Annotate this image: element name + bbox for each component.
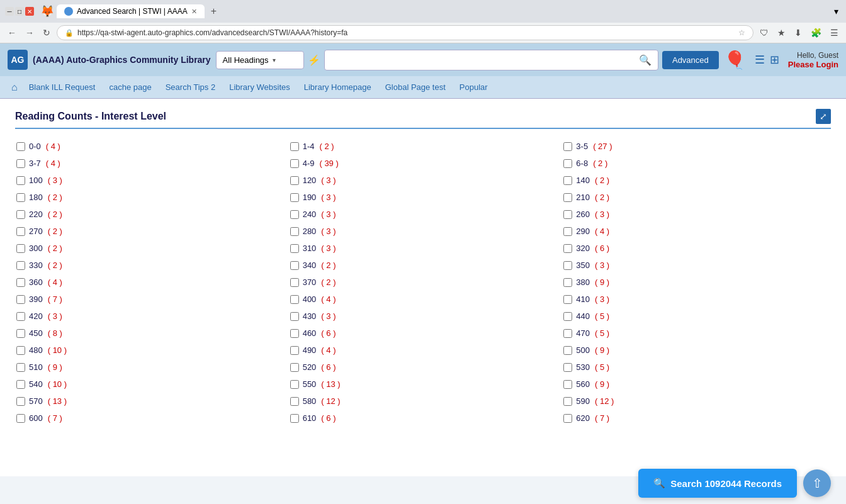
checkbox-count: ( 3 ) — [48, 176, 62, 185]
checkbox-input[interactable] — [16, 295, 25, 304]
add-tab-button[interactable]: + — [207, 4, 220, 18]
checkbox-input[interactable] — [290, 397, 299, 406]
search-dropdown[interactable]: All Headings ▾ — [216, 51, 304, 69]
checkbox-input[interactable] — [563, 346, 572, 355]
checkbox-input[interactable] — [563, 295, 572, 304]
checkbox-input[interactable] — [290, 380, 299, 389]
checkbox-input[interactable] — [290, 176, 299, 185]
checkbox-input[interactable] — [563, 278, 572, 287]
checkbox-input[interactable] — [563, 329, 572, 338]
checkbox-input[interactable] — [16, 380, 25, 389]
checkbox-input[interactable] — [290, 346, 299, 355]
checkbox-input[interactable] — [16, 193, 25, 202]
nav-library-websites[interactable]: Library Websites — [223, 77, 296, 97]
checkbox-input[interactable] — [290, 193, 299, 202]
checkbox-input[interactable] — [290, 295, 299, 304]
checkbox-input[interactable] — [563, 397, 572, 406]
list-item: 340 ( 2 ) — [289, 258, 558, 272]
database-icon[interactable]: ⚡ — [308, 54, 320, 66]
browser-tab[interactable]: Advanced Search | STWI | AAAA ✕ — [57, 4, 205, 18]
home-icon[interactable]: ⌂ — [8, 77, 21, 98]
list-item: 6-8 ( 2 ) — [562, 156, 831, 171]
checkbox-input[interactable] — [563, 244, 572, 253]
checkbox-input[interactable] — [290, 159, 299, 168]
tab-close-button[interactable]: ✕ — [191, 8, 197, 16]
checkbox-input[interactable] — [563, 414, 572, 423]
checkbox-input[interactable] — [290, 142, 299, 151]
checkbox-input[interactable] — [563, 363, 572, 372]
checkbox-label: 320 — [576, 244, 590, 253]
checkbox-input[interactable] — [563, 142, 572, 151]
nav-search-tips[interactable]: Search Tips 2 — [159, 77, 222, 97]
login-link[interactable]: Please Login — [788, 60, 838, 69]
search-button-icon[interactable]: 🔍 — [633, 50, 658, 70]
checkbox-input[interactable] — [290, 261, 299, 270]
close-button[interactable]: ✕ — [25, 7, 34, 16]
tab-title: Advanced Search | STWI | AAAA — [77, 7, 188, 16]
checkbox-input[interactable] — [16, 278, 25, 287]
advanced-button[interactable]: Advanced — [662, 51, 719, 69]
checkbox-input[interactable] — [290, 210, 299, 219]
checkbox-count: ( 7 ) — [595, 413, 609, 423]
checkbox-input[interactable] — [290, 312, 299, 321]
checkbox-input[interactable] — [290, 329, 299, 338]
expand-icon[interactable]: ⤢ — [816, 109, 831, 124]
checkbox-input[interactable] — [290, 278, 299, 287]
chevron-down-icon[interactable]: ▾ — [832, 4, 841, 19]
url-text: https://qa-stwi-agent.auto-graphics.com/… — [77, 28, 735, 37]
checkbox-input[interactable] — [563, 227, 572, 236]
checkbox-input[interactable] — [563, 380, 572, 389]
list-item: 480 ( 10 ) — [15, 343, 284, 357]
checkbox-input[interactable] — [16, 414, 25, 423]
checkbox-input[interactable] — [16, 176, 25, 185]
checkbox-input[interactable] — [16, 227, 25, 236]
download-icon[interactable]: ⬇ — [792, 25, 804, 40]
nav-popular[interactable]: Popular — [453, 77, 494, 97]
bookmark-icon[interactable]: ☆ — [738, 28, 745, 37]
nav-global-page-test[interactable]: Global Page test — [379, 77, 452, 97]
reload-button[interactable]: ↻ — [40, 25, 53, 40]
nav-library-homepage[interactable]: Library Homepage — [298, 77, 378, 97]
checkbox-input[interactable] — [563, 261, 572, 270]
checkbox-input[interactable] — [16, 363, 25, 372]
list-item: 550 ( 13 ) — [289, 377, 558, 391]
extensions-icon[interactable]: 🧩 — [808, 25, 824, 40]
checkbox-input[interactable] — [563, 193, 572, 202]
checkbox-input[interactable] — [16, 397, 25, 406]
minimize-button[interactable]: ─ — [5, 7, 14, 16]
checkbox-input[interactable] — [16, 159, 25, 168]
checkbox-input[interactable] — [290, 414, 299, 423]
bookmark-star-icon[interactable]: ★ — [775, 25, 788, 40]
checkbox-input[interactable] — [563, 312, 572, 321]
checkbox-label: 510 — [29, 362, 43, 372]
maximize-button[interactable]: □ — [15, 7, 24, 16]
checkbox-input[interactable] — [16, 244, 25, 253]
nav-cache-page[interactable]: cache page — [103, 77, 157, 97]
checkbox-input[interactable] — [16, 210, 25, 219]
checkbox-label: 590 — [576, 396, 590, 406]
grid-view-icon[interactable]: ⊞ — [769, 52, 781, 68]
checkbox-input[interactable] — [16, 142, 25, 151]
checkbox-input[interactable] — [290, 227, 299, 236]
checkbox-count: ( 2 ) — [321, 277, 336, 287]
checkbox-input[interactable] — [16, 312, 25, 321]
checkbox-input[interactable] — [290, 363, 299, 372]
checkbox-label: 190 — [303, 193, 317, 202]
url-bar[interactable]: 🔒 https://qa-stwi-agent.auto-graphics.co… — [57, 25, 753, 40]
checkbox-input[interactable] — [563, 210, 572, 219]
forward-button[interactable]: → — [23, 25, 37, 40]
checkbox-input[interactable] — [563, 159, 572, 168]
checkbox-count: ( 2 ) — [595, 176, 609, 185]
checkbox-input[interactable] — [563, 176, 572, 185]
checkbox-input[interactable] — [16, 261, 25, 270]
checkbox-input[interactable] — [290, 244, 299, 253]
search-records-button[interactable]: 🔍 Search 1092044 Records — [638, 469, 797, 476]
nav-blank-ill[interactable]: Blank ILL Request — [23, 77, 102, 97]
list-view-icon[interactable]: ☰ — [753, 52, 766, 68]
logo-letters: AG — [11, 55, 25, 65]
checkbox-input[interactable] — [16, 329, 25, 338]
menu-icon[interactable]: ☰ — [828, 25, 841, 40]
checkbox-input[interactable] — [16, 346, 25, 355]
search-input[interactable] — [325, 52, 633, 69]
back-button[interactable]: ← — [5, 25, 19, 40]
